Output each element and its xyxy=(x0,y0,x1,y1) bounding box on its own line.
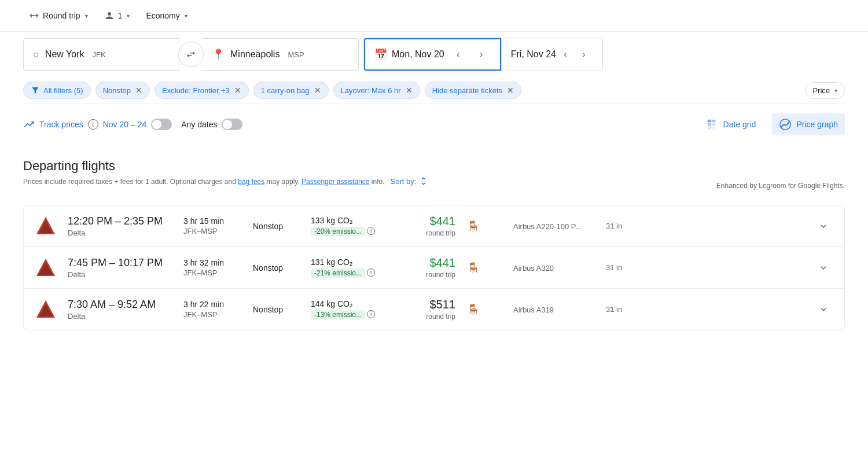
class-chevron: ▾ xyxy=(185,13,187,19)
table-row[interactable]: 7:30 AM – 9:52 AM Delta 3 hr 22 min JFK–… xyxy=(24,289,844,330)
delta-logo xyxy=(35,216,56,237)
return-next-button[interactable]: › xyxy=(575,45,593,64)
airline-name: Delta xyxy=(68,229,172,237)
layover-close[interactable]: ✕ xyxy=(406,86,413,95)
emissions-info-icon[interactable]: i xyxy=(367,227,375,235)
exclude-label: Exclude: Frontier +3 xyxy=(162,86,230,95)
layover-filter[interactable]: Layover: Max 6 hr ✕ xyxy=(333,82,420,99)
depart-date: Mon, Nov 20 xyxy=(392,49,444,60)
table-row[interactable]: 7:45 PM – 10:17 PM Delta 3 hr 32 min JFK… xyxy=(24,247,844,289)
depart-next-button[interactable]: › xyxy=(472,45,491,64)
expand-col xyxy=(814,259,833,277)
flight-route: JFK–MSP xyxy=(183,310,241,319)
flight-price: $441 xyxy=(398,215,455,228)
emissions-info-icon[interactable]: i xyxy=(367,310,375,318)
flight-price-col: $441 round trip xyxy=(398,215,455,237)
flight-stops: Nonstop xyxy=(253,305,299,314)
legroom-in: 31 in xyxy=(606,263,622,272)
price-graph-label: Price graph xyxy=(796,120,838,129)
emissions-info: -21% emissio... i xyxy=(311,267,375,278)
passengers-selector[interactable]: 1 ▾ xyxy=(98,7,136,24)
destination-input[interactable]: 📍 Minneapolis MSP xyxy=(203,38,359,71)
bag-fees-link[interactable]: bag fees xyxy=(238,178,264,186)
origin-input[interactable]: ○ New York JFK xyxy=(23,38,179,71)
flight-duration: 3 hr 15 min xyxy=(183,216,241,226)
return-date-input[interactable]: Fri, Nov 24 ‹ › xyxy=(501,38,602,71)
all-filters-label: All filters (5) xyxy=(43,86,83,95)
flight-price-col: $441 round trip xyxy=(398,256,455,279)
chevron-down-icon xyxy=(818,221,829,231)
separate-close[interactable]: ✕ xyxy=(507,86,514,95)
price-graph-icon xyxy=(779,118,792,131)
flight-stops-col: Nonstop xyxy=(253,222,299,231)
class-label: Economy xyxy=(146,11,179,20)
flight-emissions-col: 133 kg CO₂ -20% emissio... i xyxy=(311,216,386,236)
passenger-assist-link[interactable]: Passenger assistance xyxy=(301,178,369,186)
emissions-badge: -13% emissio... xyxy=(311,310,365,319)
subtitle-row: Prices include required taxes + fees for… xyxy=(23,176,845,196)
all-filters-button[interactable]: All filters (5) xyxy=(23,82,91,99)
nonstop-filter[interactable]: Nonstop ✕ xyxy=(95,82,150,99)
svg-rect-5 xyxy=(712,127,715,130)
track-info-icon[interactable]: i xyxy=(88,119,98,130)
flight-stops-col: Nonstop xyxy=(253,305,299,314)
emissions-value: 131 kg CO₂ xyxy=(311,257,386,267)
flight-duration: 3 hr 22 min xyxy=(183,300,241,309)
track-toggle[interactable] xyxy=(151,119,172,130)
airline-logo xyxy=(35,299,56,320)
swap-icon xyxy=(186,49,196,60)
date-group: 📅 Mon, Nov 20 ‹ › Fri, Nov 24 ‹ › xyxy=(363,38,603,71)
exclude-filter[interactable]: Exclude: Frontier +3 ✕ xyxy=(155,82,249,99)
emissions-value: 144 kg CO₂ xyxy=(311,299,386,308)
aircraft-col: Airbus A220-100 P... xyxy=(513,222,594,231)
legroom-in: 31 in xyxy=(606,305,622,314)
delta-logo xyxy=(35,257,56,278)
emissions-info: -20% emissio... i xyxy=(311,225,375,236)
flight-time-col: 7:45 PM – 10:17 PM Delta xyxy=(68,257,172,279)
track-label: Track prices xyxy=(39,120,83,129)
price-sort-button[interactable]: Price ▾ xyxy=(805,82,845,99)
flight-price: $441 xyxy=(398,256,455,270)
carryon-label: 1 carry-on bag xyxy=(261,86,310,95)
aircraft-col: Airbus A319 xyxy=(513,305,594,314)
legroom-icon: 🪑 xyxy=(467,220,480,233)
airline-name: Delta xyxy=(68,270,172,279)
legroom-icon: 🪑 xyxy=(467,262,480,274)
carryon-close[interactable]: ✕ xyxy=(314,86,321,95)
nonstop-close[interactable]: ✕ xyxy=(135,86,142,95)
table-row[interactable]: 12:20 PM – 2:35 PM Delta 3 hr 15 min JFK… xyxy=(24,205,844,247)
swap-button[interactable] xyxy=(178,42,204,67)
exclude-close[interactable]: ✕ xyxy=(234,86,241,95)
flight-time: 7:45 PM – 10:17 PM xyxy=(68,257,172,269)
flight-duration-col: 3 hr 22 min JFK–MSP xyxy=(183,300,241,319)
calendar-icon: 📅 xyxy=(374,48,387,61)
depart-date-input[interactable]: 📅 Mon, Nov 20 ‹ › xyxy=(364,38,501,71)
carryon-filter[interactable]: 1 carry-on bag ✕ xyxy=(253,82,329,99)
price-graph-button[interactable]: Price graph xyxy=(772,113,845,135)
date-grid-icon xyxy=(706,118,719,131)
class-selector[interactable]: Economy ▾ xyxy=(140,8,193,24)
any-dates-section: Any dates xyxy=(181,119,242,130)
emissions-info-icon[interactable]: i xyxy=(367,268,375,277)
round-trip-selector[interactable]: Round trip ▾ xyxy=(23,7,94,24)
airline-logo xyxy=(35,257,56,278)
flight-time: 7:30 AM – 9:52 AM xyxy=(68,299,172,311)
depart-prev-button[interactable]: ‹ xyxy=(449,45,468,64)
expand-button[interactable] xyxy=(814,217,833,235)
date-grid-button[interactable]: Date grid xyxy=(699,113,763,135)
airline-logo xyxy=(35,216,56,237)
origin-icon: ○ xyxy=(33,49,39,61)
flight-route: JFK–MSP xyxy=(183,227,241,235)
expand-button[interactable] xyxy=(814,300,833,319)
any-dates-toggle[interactable] xyxy=(222,119,242,130)
separate-filter[interactable]: Hide separate tickets ✕ xyxy=(425,82,521,99)
track-date-range: Nov 20 – 24 xyxy=(103,120,147,129)
expand-button[interactable] xyxy=(814,259,833,277)
svg-rect-0 xyxy=(707,120,711,123)
departing-title: Departing flights xyxy=(23,159,845,174)
legroom-col: 🪑 xyxy=(467,303,502,316)
sort-by-button[interactable]: Sort by: xyxy=(391,176,429,186)
svg-rect-3 xyxy=(712,123,715,126)
legroom-icon: 🪑 xyxy=(467,303,480,316)
return-prev-button[interactable]: ‹ xyxy=(556,45,575,64)
